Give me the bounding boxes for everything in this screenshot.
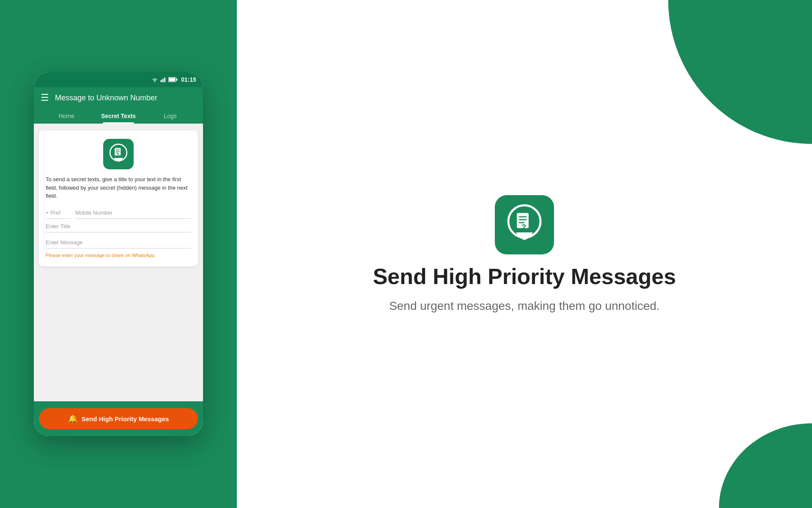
right-panel: ? Send High Priority Messages Send urgen… bbox=[237, 0, 812, 508]
phone-content: ? To send a secret texts, give a title t… bbox=[34, 124, 203, 401]
bell-icon: 🔔 bbox=[68, 414, 77, 423]
app-logo-icon: ? bbox=[103, 139, 134, 169]
status-bar: 01:15 bbox=[34, 72, 203, 87]
app-header: ☰ Message to Unknown Number Home Secret … bbox=[34, 87, 203, 124]
right-main-title: Send High Priority Messages bbox=[373, 265, 676, 289]
svg-rect-1 bbox=[162, 79, 164, 82]
svg-rect-5 bbox=[176, 79, 178, 80]
phone-mockup: 01:15 ☰ Message to Unknown Number Home S… bbox=[34, 72, 203, 436]
form-pref-mobile-row: + Pref Mobile Number bbox=[46, 207, 191, 219]
content-card: ? To send a secret texts, give a title t… bbox=[39, 130, 198, 266]
hamburger-icon[interactable]: ☰ bbox=[41, 92, 49, 103]
svg-rect-2 bbox=[164, 77, 165, 82]
mobile-field-group: Mobile Number bbox=[75, 207, 191, 219]
decorative-blob-bottom bbox=[719, 423, 812, 508]
title-field[interactable]: Enter Title bbox=[46, 221, 191, 232]
svg-rect-4 bbox=[169, 78, 175, 81]
decorative-blob-top bbox=[668, 0, 812, 144]
right-content: ? Send High Priority Messages Send urgen… bbox=[373, 195, 676, 312]
app-header-top: ☰ Message to Unknown Number bbox=[41, 92, 196, 103]
error-message: Please enter your message to share on Wh… bbox=[46, 253, 191, 258]
card-description: To send a secret texts, give a title to … bbox=[46, 175, 191, 200]
tab-bar: Home Secret Texts Logs bbox=[41, 108, 196, 124]
svg-text:?: ? bbox=[521, 223, 526, 232]
bottom-area: 🔔 Send High Priority Messages bbox=[34, 401, 203, 436]
title-field-group: Enter Title bbox=[46, 221, 191, 232]
send-button[interactable]: 🔔 Send High Priority Messages bbox=[39, 408, 198, 429]
signal-icon bbox=[160, 77, 166, 83]
mobile-field[interactable]: Mobile Number bbox=[75, 207, 191, 219]
tab-home[interactable]: Home bbox=[41, 108, 93, 124]
right-subtitle: Send urgent messages, making them go unn… bbox=[389, 299, 660, 313]
wifi-icon bbox=[151, 77, 158, 83]
pref-field-group: + Pref bbox=[46, 207, 71, 219]
left-panel: 01:15 ☰ Message to Unknown Number Home S… bbox=[0, 0, 237, 508]
right-app-logo-icon: ? bbox=[495, 195, 554, 254]
app-title: Message to Unknown Number bbox=[55, 94, 157, 102]
status-icons bbox=[151, 77, 178, 83]
card-icon-wrap: ? bbox=[46, 139, 191, 169]
svg-rect-0 bbox=[161, 80, 162, 83]
battery-icon bbox=[168, 77, 178, 82]
tab-secret-texts[interactable]: Secret Texts bbox=[93, 108, 145, 124]
tab-logs[interactable]: Logs bbox=[144, 108, 196, 124]
pref-field[interactable]: + Pref bbox=[46, 207, 71, 219]
message-field[interactable]: Enter Message bbox=[46, 237, 191, 248]
send-button-label: Send High Priority Messages bbox=[82, 415, 169, 422]
message-field-group: Enter Message bbox=[46, 237, 191, 248]
svg-text:?: ? bbox=[117, 153, 119, 157]
status-time: 01:15 bbox=[181, 76, 196, 83]
